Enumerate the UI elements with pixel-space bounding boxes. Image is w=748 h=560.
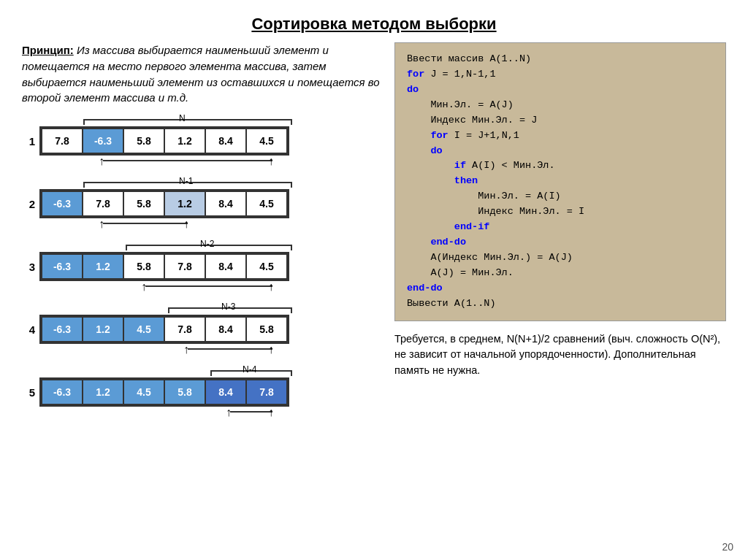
principle-body: Из массива выбирается наименьший элемент… <box>22 44 380 104</box>
code-line-3: do <box>407 83 714 98</box>
code-line-16: end-do <box>407 281 714 296</box>
arrow-line-1 <box>103 160 272 161</box>
cell-r3-c6: 4.5 <box>245 253 288 280</box>
code-keyword-9: then <box>454 175 478 186</box>
code-line-9: then <box>407 174 714 189</box>
content-row: Принцип: Из массива выбирается наименьши… <box>22 42 726 545</box>
cell-r3-c5: 8.4 <box>205 253 247 280</box>
arrow-right-2: ↑ <box>183 218 189 230</box>
brace-label-3: N-2 <box>200 239 214 249</box>
array-group-2: N-12-6.37.85.81.28.44.5↑↑ <box>22 176 380 233</box>
code-line-17: Вывести A(1..N) <box>407 296 714 312</box>
code-line-7: do <box>407 144 714 159</box>
code-line-15: A(J) = Мин.Эл. <box>407 266 714 281</box>
cell-r2-c6: 4.5 <box>245 191 288 217</box>
cell-r1-c5: 8.4 <box>205 128 247 154</box>
cell-r1-c4: 1.2 <box>164 128 206 154</box>
cell-r5-c5: 8.4 <box>205 379 247 405</box>
cell-r5-c6: 7.8 <box>245 379 288 405</box>
code-block: Ввести массив A(1..N)for J = 1,N-1,1do М… <box>394 42 726 321</box>
page-number: 20 <box>722 541 733 553</box>
principle-text: Принцип: Из массива выбирается наименьши… <box>22 42 380 106</box>
arrow-right-5: ↑ <box>268 407 274 418</box>
cell-r2-c2: 7.8 <box>82 191 124 217</box>
cell-r1-c3: 5.8 <box>123 128 165 154</box>
code-keyword-12: end-if <box>454 221 490 232</box>
code-keyword-2: for <box>407 69 424 80</box>
cell-r5-c1: -6.3 <box>41 379 83 405</box>
cell-r1-c6: 4.5 <box>245 128 288 154</box>
arrow-line-5 <box>230 411 272 413</box>
code-line-5: Индекс Мин.Эл. = J <box>407 113 714 129</box>
principle-label: Принцип: <box>22 44 74 56</box>
arrow-left-5: ↑ <box>226 407 232 418</box>
cell-r3-c1: -6.3 <box>41 253 83 280</box>
code-keyword-16: end-do <box>407 283 443 294</box>
code-keyword-7: do <box>430 145 442 156</box>
code-line-10: Мин.Эл. = A(I) <box>407 189 714 204</box>
code-line-6: for I = J+1,N,1 <box>407 129 714 144</box>
arrow-right-3: ↑ <box>268 281 274 293</box>
arrow-left-2: ↑ <box>99 218 104 230</box>
row-num-5: 5 <box>22 386 35 399</box>
left-panel: Принцип: Из массива выбирается наименьши… <box>22 42 380 545</box>
code-keyword-8: if <box>454 160 466 171</box>
cell-r2-c5: 8.4 <box>205 191 247 217</box>
page-title: Сортировка методом выборки <box>22 15 726 34</box>
code-line-11: Индекс Мин.Эл. = I <box>407 204 714 220</box>
arrow-line-2 <box>103 223 188 224</box>
row-num-1: 1 <box>22 135 35 147</box>
code-line-13: end-do <box>407 235 714 250</box>
brace-label-2: N-1 <box>179 176 193 186</box>
arrow-left-3: ↑ <box>141 281 147 293</box>
arrow-right-1: ↑ <box>268 156 274 167</box>
code-keyword-6: for <box>430 130 448 141</box>
brace-line-1 <box>83 119 292 125</box>
arrow-line-4 <box>188 348 272 350</box>
cell-r2-c1: -6.3 <box>41 191 83 217</box>
cell-r1-c1: 7.8 <box>41 128 83 154</box>
code-line-12: end-if <box>407 220 714 235</box>
row-num-3: 3 <box>22 261 35 273</box>
page: Сортировка методом выборки Принцип: Из м… <box>0 0 748 560</box>
array-group-1: N17.8-6.35.81.28.44.5↑↑ <box>22 113 380 170</box>
cell-r4-c1: -6.3 <box>41 316 83 342</box>
cell-r2-c3: 5.8 <box>123 191 165 217</box>
code-keyword-3: do <box>407 84 419 95</box>
note-text: Требуется, в среднем, N(N+1)/2 сравнений… <box>394 331 726 379</box>
array-group-4: N-34-6.31.24.57.88.45.8↑↑ <box>22 302 380 358</box>
brace-label-4: N-3 <box>221 302 235 312</box>
right-panel: Ввести массив A(1..N)for J = 1,N-1,1do М… <box>394 42 726 545</box>
cell-r4-c4: 7.8 <box>164 316 206 342</box>
cell-r3-c4: 7.8 <box>164 253 206 280</box>
brace-label-1: N <box>179 113 186 123</box>
code-line-1: Ввести массив A(1..N) <box>407 52 714 67</box>
cell-r3-c3: 5.8 <box>123 253 165 280</box>
arrays-section: N17.8-6.35.81.28.44.5↑↑N-12-6.37.85.81.2… <box>22 113 380 423</box>
array-group-3: N-23-6.31.25.87.88.44.5↑↑ <box>22 239 380 296</box>
code-line-2: for J = 1,N-1,1 <box>407 67 714 83</box>
cell-r2-c4: 1.2 <box>164 191 206 217</box>
code-line-14: A(Индекс Мин.Эл.) = A(J) <box>407 250 714 266</box>
cell-r3-c2: 1.2 <box>82 253 124 280</box>
code-line-4: Мин.Эл. = A(J) <box>407 98 714 113</box>
cell-r4-c6: 5.8 <box>245 316 288 342</box>
cell-r4-c2: 1.2 <box>82 316 124 342</box>
code-keyword-13: end-do <box>430 237 466 248</box>
arrow-left-4: ↑ <box>183 344 189 356</box>
cell-r5-c2: 1.2 <box>82 379 124 405</box>
arrow-line-3 <box>145 285 272 287</box>
array-group-5: N-45-6.31.24.55.88.47.8↑↑ <box>22 364 380 421</box>
cell-r5-c4: 5.8 <box>164 379 206 405</box>
brace-label-5: N-4 <box>243 364 256 375</box>
arrow-right-4: ↑ <box>268 344 274 356</box>
arrow-left-1: ↑ <box>99 156 104 167</box>
cell-r5-c3: 4.5 <box>123 379 165 405</box>
cell-r4-c5: 8.4 <box>205 316 247 342</box>
code-line-8: if A(I) < Мин.Эл. <box>407 158 714 174</box>
cell-r1-c2: -6.3 <box>82 128 124 154</box>
row-num-2: 2 <box>22 198 35 210</box>
cell-r4-c3: 4.5 <box>123 316 165 342</box>
row-num-4: 4 <box>22 323 35 336</box>
